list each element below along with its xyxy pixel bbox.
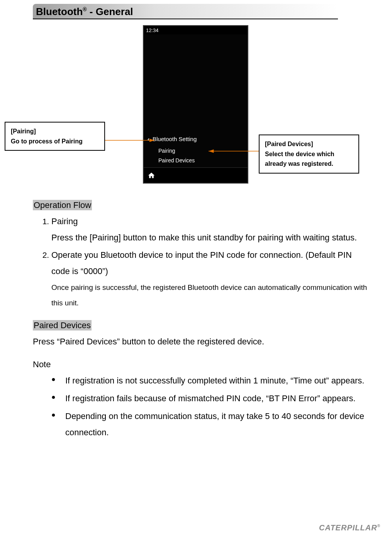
step-body: Press the [Pairing] button to make this … — [51, 233, 357, 242]
content-body: Operation Flow Pairing Press the [Pairin… — [33, 197, 369, 447]
callout-paired-devices: [Paired Devices] Select the device which… — [259, 135, 359, 174]
phone-time: 12:34 — [146, 27, 159, 33]
callout-pairing-title: [Pairing] — [11, 126, 99, 136]
caterpillar-logo: CATERPILLAR® — [319, 523, 380, 532]
page-header: Bluetooth® - General — [33, 4, 338, 19]
section-paired-devices: Paired Devices Press “Paired Devices” bu… — [33, 317, 369, 350]
section-note: Note If registration is not successfully… — [33, 356, 369, 440]
title-prefix: Bluetooth — [36, 6, 83, 17]
registered-mark: ® — [83, 6, 87, 12]
phone-screen: ‹ Bluetooth Setting Pairing Paired Devic… — [144, 34, 248, 167]
bluetooth-setting-title: Bluetooth Setting — [153, 136, 197, 142]
phone-mock: 12:34 ‹ Bluetooth Setting Pairing Paired… — [143, 25, 248, 184]
heading-paired-devices: Paired Devices — [33, 320, 92, 330]
list-item: Pairing Press the [Pairing] button to ma… — [51, 213, 369, 246]
callout-pairing-body: Go to process of Pairing — [11, 136, 99, 146]
arrow-left-icon — [105, 138, 158, 143]
paired-devices-body: Press “Paired Devices” button to delete … — [33, 337, 264, 346]
title-suffix: - General — [87, 6, 133, 17]
callout-paired-body: Select the device which already was regi… — [265, 149, 353, 169]
callout-paired-title: [Paired Devices] — [265, 139, 353, 149]
list-item: Depending on the communication status, i… — [51, 408, 369, 441]
heading-operation-flow: Operation Flow — [33, 200, 92, 210]
heading-note: Note — [33, 356, 369, 373]
list-item: If registration is not successfully comp… — [51, 373, 369, 389]
home-icon[interactable] — [148, 172, 155, 179]
list-item: Operate you Bluetooth device to input th… — [51, 247, 369, 310]
logo-text: CATERPILLAR — [319, 523, 377, 532]
operation-flow-list: Pairing Press the [Pairing] button to ma… — [33, 213, 369, 310]
menu-item-paired-devices[interactable]: Paired Devices — [158, 157, 195, 164]
note-list: If registration is not successfully comp… — [33, 373, 369, 440]
bluetooth-setting-header[interactable]: ‹ Bluetooth Setting — [148, 136, 244, 142]
menu-item-pairing[interactable]: Pairing — [158, 148, 175, 154]
step-title: Pairing — [51, 216, 78, 226]
section-operation-flow: Operation Flow Pairing Press the [Pairin… — [33, 197, 369, 310]
step-title: Operate you Bluetooth device to input th… — [51, 250, 352, 276]
phone-status-bar: 12:34 — [144, 26, 248, 34]
arrow-right-icon — [205, 149, 259, 153]
callout-pairing: [Pairing] Go to process of Pairing — [5, 122, 105, 151]
header-underline — [33, 19, 338, 19]
logo-mark: ® — [377, 524, 380, 528]
page-title: Bluetooth® - General — [33, 6, 133, 18]
list-item: If registration fails because of mismatc… — [51, 390, 369, 407]
step-body: Once pairing is successful, the register… — [51, 283, 367, 307]
diagram-area: 12:34 ‹ Bluetooth Setting Pairing Paired… — [0, 25, 392, 191]
phone-nav-bar — [144, 167, 248, 183]
